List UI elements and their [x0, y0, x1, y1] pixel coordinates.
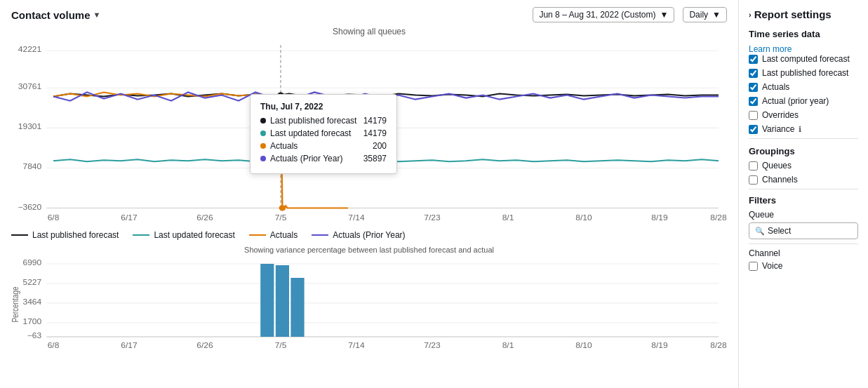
tooltip-dot-published [260, 118, 266, 123]
tooltip-label-updated: Last updated forecast [270, 128, 359, 138]
checkbox-label-prior: Actual (prior year) [762, 96, 829, 106]
bottom-chart-container: 6990 5227 3464 1700 −63 6/8 6/1 [11, 255, 727, 357]
showing-queues-label: Showing all queues [11, 27, 727, 36]
legend-line-prior [312, 234, 328, 236]
checkbox-published[interactable] [749, 69, 758, 78]
legend-item-actuals: Actuals [249, 230, 298, 240]
svg-text:7/23: 7/23 [424, 214, 440, 222]
granularity-text: Daily [689, 10, 708, 20]
top-chart-container: 42221 30761 19301 7840 −3620 6/8 6/17 6/… [11, 38, 727, 227]
page-title[interactable]: Contact volume ▼ [11, 9, 100, 21]
variance-chart-title: Showing variance percentage between last… [11, 246, 727, 254]
svg-text:6/17: 6/17 [121, 214, 137, 222]
svg-text:7/5: 7/5 [275, 214, 287, 222]
legend-item-updated: Last updated forecast [133, 230, 234, 240]
legend-line-published [11, 234, 28, 236]
grouping-label-channels: Channels [762, 175, 798, 185]
svg-text:−3620: −3620 [18, 203, 42, 210]
checkbox-label-published: Last published forecast [762, 68, 848, 78]
bottom-section: Showing variance percentage between last… [11, 246, 727, 357]
grouping-label-queues: Queues [762, 161, 792, 170]
checkbox-label-actuals: Actuals [762, 82, 789, 92]
svg-text:8/19: 8/19 [651, 342, 667, 349]
svg-text:8/10: 8/10 [575, 214, 592, 222]
checkbox-queues[interactable] [749, 161, 758, 170]
svg-text:6/8: 6/8 [48, 214, 60, 222]
title-dropdown-arrow[interactable]: ▼ [93, 11, 101, 19]
legend-label-actuals: Actuals [270, 230, 298, 240]
tooltip-row-2: Actuals 200 [260, 141, 387, 151]
legend-label-prior: Actuals (Prior Year) [333, 230, 405, 240]
date-range-arrow: ▼ [660, 10, 669, 20]
queue-label: Queue [749, 210, 858, 220]
legend-item-prior: Actuals (Prior Year) [312, 230, 405, 240]
svg-text:42221: 42221 [18, 46, 41, 53]
checkbox-voice[interactable] [749, 262, 758, 271]
tooltip-row-0: Last published forecast 14179 [260, 116, 387, 126]
checkbox-overrides[interactable] [749, 111, 758, 120]
tooltip-row-1: Last updated forecast 14179 [260, 128, 387, 138]
learn-more-link[interactable]: Learn more [749, 44, 792, 54]
svg-text:8/1: 8/1 [502, 342, 514, 349]
svg-text:7/23: 7/23 [424, 342, 440, 349]
date-range-text: Jun 8 – Aug 31, 2022 (Custom) [539, 10, 655, 20]
divider-2 [749, 189, 858, 189]
svg-text:3464: 3464 [23, 298, 42, 306]
svg-text:6/26: 6/26 [196, 342, 213, 349]
svg-text:8/1: 8/1 [502, 214, 514, 222]
date-range-selector[interactable]: Jun 8 – Aug 31, 2022 (Custom) ▼ [533, 7, 674, 22]
svg-text:6990: 6990 [23, 259, 42, 267]
tooltip: Thu, Jul 7, 2022 Last published forecast… [250, 94, 397, 174]
checkbox-channels[interactable] [749, 175, 758, 185]
legend-item-published: Last published forecast [11, 230, 119, 240]
tooltip-label-prior: Actuals (Prior Year) [270, 154, 359, 163]
queue-placeholder: Select [768, 226, 791, 236]
tooltip-row-3: Actuals (Prior Year) 35897 [260, 154, 387, 163]
legend-line-actuals [249, 234, 266, 236]
checkbox-row-actuals: Actuals [749, 82, 858, 92]
checkbox-prior[interactable] [749, 97, 758, 106]
tooltip-date: Thu, Jul 7, 2022 [260, 102, 387, 112]
svg-text:1700: 1700 [23, 318, 42, 326]
channel-voice-row: Voice [749, 261, 858, 271]
checkbox-label-overrides: Overrides [762, 110, 799, 120]
queue-select[interactable]: 🔍 Select [749, 222, 858, 239]
granularity-arrow: ▼ [712, 10, 721, 20]
svg-text:19301: 19301 [18, 123, 41, 131]
svg-text:7/5: 7/5 [275, 342, 287, 349]
divider-3 [749, 243, 858, 244]
checkbox-row-computed: Last computed forecast [749, 54, 858, 64]
time-series-label: Time series data [749, 29, 858, 39]
bottom-chart-svg: 6990 5227 3464 1700 −63 6/8 6/1 [11, 255, 727, 354]
chevron-icon: › [749, 11, 752, 19]
tooltip-dot-prior [260, 156, 266, 161]
svg-text:30761: 30761 [18, 83, 41, 91]
svg-text:Percentage: Percentage [11, 286, 20, 322]
svg-text:7/14: 7/14 [348, 342, 364, 349]
checkbox-actuals[interactable] [749, 83, 758, 92]
tooltip-value-published: 14179 [363, 116, 387, 126]
svg-text:7/14: 7/14 [348, 214, 364, 222]
tooltip-dot-actuals [260, 143, 266, 149]
svg-text:8/19: 8/19 [651, 214, 667, 222]
groupings-label: Groupings [749, 146, 858, 156]
checkbox-row-variance: Variance ℹ [749, 124, 858, 134]
sidebar: › Report settings Time series data Learn… [738, 0, 868, 388]
sidebar-title-text: Report settings [754, 8, 832, 20]
tooltip-value-actuals: 200 [373, 141, 387, 151]
variance-info-icon[interactable]: ℹ [799, 125, 801, 134]
legend-row: Last published forecast Last updated for… [11, 230, 727, 240]
svg-rect-38 [276, 265, 289, 337]
tooltip-value-updated: 14179 [363, 128, 387, 138]
checkbox-computed[interactable] [749, 55, 758, 64]
svg-text:6/26: 6/26 [196, 214, 213, 222]
checkbox-variance[interactable] [749, 125, 758, 134]
legend-line-updated [133, 234, 149, 236]
filters-section: Filters Queue 🔍 Select Channel Voice [749, 195, 858, 271]
svg-text:−63: −63 [27, 332, 41, 340]
legend-label-published: Last published forecast [32, 230, 119, 240]
grouping-row-queues: Queues [749, 161, 858, 170]
main-content: Contact volume ▼ Jun 8 – Aug 31, 2022 (C… [0, 0, 738, 388]
legend-label-updated: Last updated forecast [154, 230, 234, 240]
granularity-selector[interactable]: Daily ▼ [683, 7, 727, 22]
